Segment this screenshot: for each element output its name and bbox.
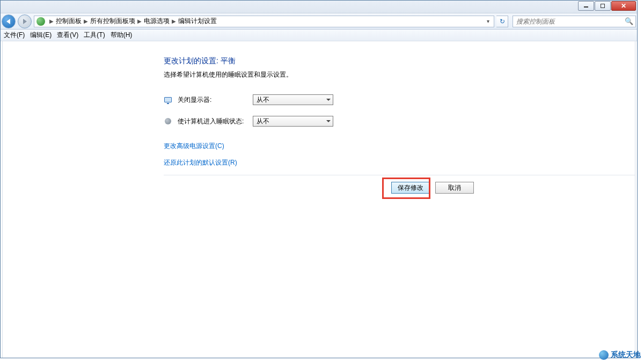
advanced-power-settings-link[interactable]: 更改高级电源设置(C) (164, 142, 635, 151)
control-panel-window: ✕ ▶ 控制面板 ▶ 所有控制面板项 ▶ 电源选项 ▶ 编辑计划设置 ▾ ↻ 🔍… (0, 0, 638, 358)
page-title: 更改计划的设置: 平衡 (164, 56, 635, 66)
menu-edit[interactable]: 编辑(E) (30, 31, 52, 40)
chevron-down-icon (326, 120, 331, 122)
control-panel-icon (36, 17, 45, 26)
breadcrumb-item[interactable]: 编辑计划设置 (178, 17, 217, 26)
search-input[interactable] (515, 17, 625, 26)
minimize-button[interactable] (578, 1, 594, 11)
navigation-bar: ▶ 控制面板 ▶ 所有控制面板项 ▶ 电源选项 ▶ 编辑计划设置 ▾ ↻ 🔍 (1, 13, 637, 29)
chevron-down-icon (326, 99, 331, 101)
cancel-button[interactable]: 取消 (435, 182, 474, 194)
close-icon: ✕ (621, 3, 626, 9)
setting-row-display: 关闭显示器: 从不 (164, 94, 635, 105)
watermark: 系统天地 (599, 350, 641, 358)
watermark-text: 系统天地 (611, 350, 641, 358)
breadcrumb-item[interactable]: 电源选项 (144, 17, 170, 26)
content-wrapper: 更改计划的设置: 平衡 选择希望计算机使用的睡眠设置和显示设置。 关闭显示器: … (1, 41, 637, 358)
nav-forward-button[interactable] (18, 14, 32, 28)
breadcrumb-separator-icon: ▶ (135, 18, 144, 24)
setting-row-sleep: 使计算机进入睡眠状态: 从不 (164, 116, 635, 127)
forward-arrow-icon (23, 19, 27, 24)
menu-bar: 文件(F) 编辑(E) 查看(V) 工具(T) 帮助(H) (1, 29, 637, 41)
breadcrumb-item[interactable]: 所有控制面板项 (90, 17, 135, 26)
menu-tools[interactable]: 工具(T) (84, 31, 105, 40)
search-box[interactable]: 🔍 (513, 16, 636, 27)
display-off-dropdown[interactable]: 从不 (253, 94, 333, 105)
menu-file[interactable]: 文件(F) (4, 31, 25, 40)
display-off-value: 从不 (257, 95, 269, 105)
back-arrow-icon (6, 19, 10, 24)
sleep-dropdown[interactable]: 从不 (253, 116, 333, 127)
maximize-icon (601, 4, 605, 8)
minimize-icon (584, 6, 588, 8)
refresh-button[interactable]: ↻ (496, 16, 508, 27)
content-area: 更改计划的设置: 平衡 选择希望计算机使用的睡眠设置和显示设置。 关闭显示器: … (2, 41, 635, 358)
close-button[interactable]: ✕ (611, 1, 636, 11)
breadcrumb-dropdown-icon[interactable]: ▾ (485, 18, 492, 24)
save-button[interactable]: 保存修改 (391, 182, 430, 194)
links-section: 更改高级电源设置(C) 还原此计划的默认设置(R) (164, 142, 635, 167)
menu-view[interactable]: 查看(V) (57, 31, 78, 40)
breadcrumb-separator-icon: ▶ (47, 18, 56, 24)
breadcrumb-item[interactable]: 控制面板 (56, 17, 82, 26)
sleep-label: 使计算机进入睡眠状态: (178, 117, 247, 126)
breadcrumb[interactable]: ▶ 控制面板 ▶ 所有控制面板项 ▶ 电源选项 ▶ 编辑计划设置 ▾ (34, 16, 494, 27)
breadcrumb-separator-icon: ▶ (170, 18, 178, 24)
sleep-value: 从不 (257, 117, 269, 126)
button-row: 保存修改 取消 (164, 175, 635, 200)
maximize-button[interactable] (595, 1, 611, 11)
breadcrumb-separator-icon: ▶ (82, 18, 90, 24)
display-off-label: 关闭显示器: (178, 95, 247, 105)
restore-defaults-link[interactable]: 还原此计划的默认设置(R) (164, 158, 635, 167)
nav-back-button[interactable] (2, 14, 16, 28)
page-subtitle: 选择希望计算机使用的睡眠设置和显示设置。 (164, 70, 635, 79)
window-controls: ✕ (578, 1, 636, 11)
window-titlebar: ✕ (1, 1, 637, 13)
menu-help[interactable]: 帮助(H) (111, 31, 133, 40)
sleep-icon (164, 117, 172, 125)
globe-icon (599, 350, 609, 358)
search-icon[interactable]: 🔍 (625, 17, 633, 25)
monitor-icon (164, 95, 172, 104)
